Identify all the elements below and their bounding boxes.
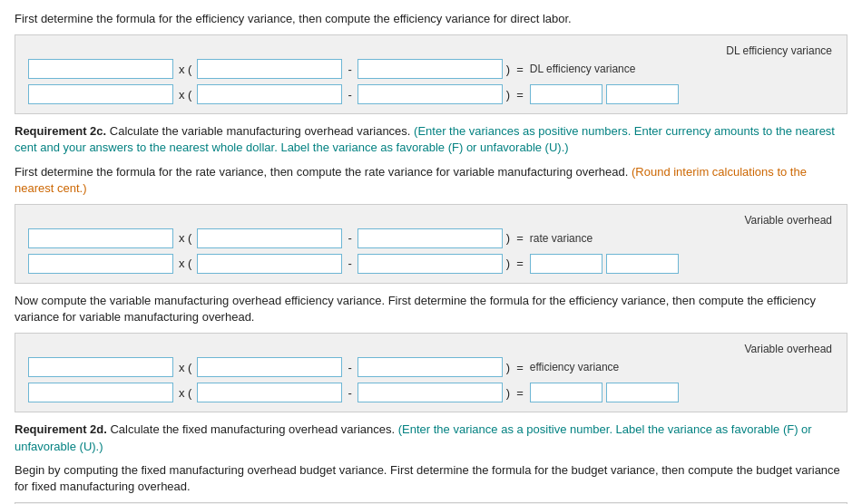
var-rate-header-label: Variable overhead bbox=[744, 214, 832, 227]
dl-eff-close2: ) bbox=[506, 88, 510, 102]
dl-eff-fu[interactable] bbox=[606, 84, 679, 104]
dl-eff-equals1: = bbox=[514, 63, 526, 76]
var-eff-result-row: x ( - ) = bbox=[28, 383, 834, 402]
var-eff-equals1: = bbox=[514, 361, 526, 374]
var-rate-formula-row: x ( - ) = rate variance bbox=[28, 228, 834, 248]
dl-efficiency-header-label: DL efficiency variance bbox=[726, 44, 832, 57]
var-eff-equals2: = bbox=[514, 386, 526, 400]
var-rate-minus2: - bbox=[346, 257, 353, 270]
var-eff-minus2: - bbox=[346, 386, 353, 400]
var-rate-section: Variable overhead x ( - ) = rate varianc… bbox=[15, 204, 847, 284]
var-rate-op1: x ( bbox=[177, 231, 193, 245]
var-eff-header: Variable overhead bbox=[28, 343, 834, 355]
var-eff-answer[interactable] bbox=[530, 383, 602, 402]
var-rate-input1[interactable] bbox=[28, 228, 173, 248]
var-eff-header-label: Variable overhead bbox=[744, 343, 832, 355]
var-rate-close2: ) bbox=[506, 257, 510, 270]
var-rate-result2[interactable] bbox=[197, 254, 342, 274]
var-eff-op2: x ( bbox=[177, 386, 193, 400]
req2c-main: Calculate the variable manufacturing ove… bbox=[106, 124, 410, 138]
var-rate-answer[interactable] bbox=[530, 254, 602, 274]
var-rate-equals1: = bbox=[514, 231, 526, 245]
dl-eff-minus2: - bbox=[346, 88, 353, 102]
var-eff-input3[interactable] bbox=[358, 357, 503, 377]
var-rate-result3[interactable] bbox=[358, 254, 503, 274]
dl-eff-result2[interactable] bbox=[197, 84, 342, 104]
var-eff-result2[interactable] bbox=[197, 383, 342, 402]
dl-eff-close1: ) bbox=[506, 63, 510, 76]
intro-1: First determine the formula for the effi… bbox=[15, 11, 847, 27]
dl-efficiency-header: DL efficiency variance bbox=[28, 44, 834, 57]
dl-eff-label: DL efficiency variance bbox=[530, 63, 636, 75]
intro-4: Begin by computing the fixed manufacturi… bbox=[15, 462, 847, 495]
var-eff-label: efficiency variance bbox=[530, 361, 620, 373]
var-rate-close1: ) bbox=[506, 231, 510, 245]
dl-eff-answer[interactable] bbox=[530, 84, 602, 104]
var-eff-formula-row: x ( - ) = efficiency variance bbox=[28, 357, 834, 377]
var-eff-close1: ) bbox=[506, 361, 510, 374]
dl-efficiency-formula-row: x ( - ) = DL efficiency variance bbox=[28, 59, 834, 79]
var-eff-section: Variable overhead x ( - ) = efficiency v… bbox=[15, 333, 847, 412]
var-eff-op1: x ( bbox=[177, 361, 193, 374]
req2d-bold: Requirement 2d. bbox=[15, 422, 107, 436]
var-rate-result-row: x ( - ) = bbox=[28, 254, 834, 274]
var-rate-label: rate variance bbox=[530, 232, 593, 245]
dl-eff-op1: x ( bbox=[177, 63, 193, 76]
var-eff-input1[interactable] bbox=[28, 357, 173, 377]
intro-3: Now compute the variable manufacturing o… bbox=[15, 293, 847, 325]
dl-eff-minus1: - bbox=[346, 63, 353, 76]
req2d-main: Calculate the fixed manufacturing overhe… bbox=[107, 422, 395, 436]
req2c-bold: Requirement 2c. bbox=[15, 124, 106, 138]
var-eff-minus1: - bbox=[346, 361, 353, 374]
var-eff-result3[interactable] bbox=[358, 383, 503, 402]
dl-efficiency-section: DL efficiency variance x ( - ) = DL effi… bbox=[15, 34, 847, 114]
var-rate-input3[interactable] bbox=[358, 228, 503, 248]
intro2-main: First determine the formula for the rate… bbox=[15, 165, 628, 179]
dl-eff-input2[interactable] bbox=[197, 59, 342, 79]
var-eff-input2[interactable] bbox=[197, 357, 342, 377]
var-rate-result1[interactable] bbox=[28, 254, 173, 274]
req2d-text: Requirement 2d. Calculate the fixed manu… bbox=[15, 422, 847, 454]
dl-eff-result3[interactable] bbox=[358, 84, 503, 104]
dl-eff-input3[interactable] bbox=[358, 59, 503, 79]
dl-efficiency-result-row: x ( - ) = bbox=[28, 84, 834, 104]
var-eff-result1[interactable] bbox=[28, 383, 173, 402]
var-rate-header: Variable overhead bbox=[28, 214, 834, 227]
var-eff-close2: ) bbox=[506, 386, 510, 400]
var-rate-op2: x ( bbox=[177, 257, 193, 270]
req2c-text: Requirement 2c. Calculate the variable m… bbox=[15, 123, 847, 156]
var-rate-fu[interactable] bbox=[606, 254, 679, 274]
var-eff-fu[interactable] bbox=[606, 383, 679, 402]
dl-eff-input1[interactable] bbox=[28, 59, 173, 79]
dl-eff-equals2: = bbox=[514, 88, 526, 102]
dl-eff-op2: x ( bbox=[177, 88, 193, 102]
var-rate-equals2: = bbox=[514, 257, 526, 270]
var-rate-input2[interactable] bbox=[197, 228, 342, 248]
dl-eff-result1[interactable] bbox=[28, 84, 173, 104]
intro-2: First determine the formula for the rate… bbox=[15, 164, 847, 197]
var-rate-minus1: - bbox=[346, 231, 353, 245]
